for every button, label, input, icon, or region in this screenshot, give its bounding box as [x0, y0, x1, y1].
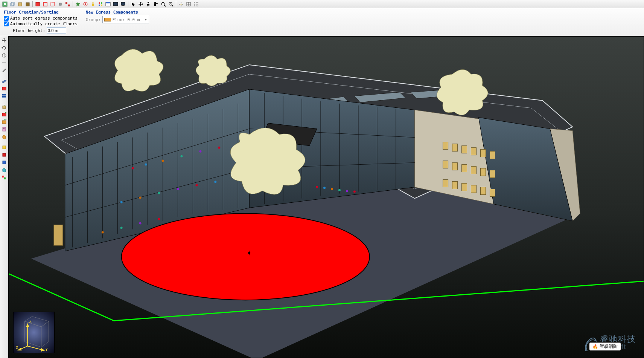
svg-point-20 [101, 5, 102, 6]
floor-height-input[interactable] [47, 27, 66, 34]
svg-marker-152 [41, 348, 45, 352]
pink-elev-icon[interactable]: 20 [1, 126, 8, 133]
svg-point-1 [4, 3, 6, 5]
small-box-icon[interactable] [57, 1, 64, 8]
toolbar-separator [176, 1, 176, 7]
target-icon[interactable] [178, 1, 184, 8]
group-row: Group: Floor 0.0 m ▾ [86, 16, 149, 23]
window-icon[interactable] [105, 1, 111, 8]
red-block-icon[interactable] [1, 151, 8, 158]
svg-point-28 [154, 2, 156, 3]
svg-point-131 [177, 188, 179, 190]
monitor-icon[interactable] [120, 1, 126, 8]
svg-rect-23 [113, 2, 118, 6]
svg-rect-4 [18, 3, 22, 6]
svg-marker-52 [3, 135, 6, 139]
blue-plane-icon[interactable] [1, 78, 8, 84]
solid-cube-icon[interactable] [17, 1, 23, 8]
red-orbit-icon[interactable] [82, 1, 89, 8]
new-egress-title: New Egress Components [86, 10, 149, 15]
svg-point-123 [145, 164, 147, 166]
svg-rect-105 [462, 165, 467, 172]
group-value: Floor 0.0 m [113, 17, 140, 22]
palette-icon[interactable] [97, 1, 104, 8]
auto-create-checkbox[interactable] [4, 21, 9, 26]
red-outline-icon[interactable] [42, 1, 49, 8]
move-arrows-icon[interactable] [1, 37, 8, 44]
auto-create-row[interactable]: Automatically create floors [4, 21, 78, 26]
cube-up-icon[interactable] [1, 103, 8, 110]
yellow-person-icon[interactable] [90, 1, 96, 8]
scene-3d [9, 37, 644, 358]
red-box-icon[interactable] [34, 1, 41, 8]
blue-block-icon[interactable] [1, 159, 8, 166]
divider-icon[interactable] [1, 60, 8, 66]
shaded-cube-icon[interactable] [24, 1, 31, 8]
toolbar-separator [128, 1, 128, 7]
orange-box-icon[interactable]: +9 [1, 118, 8, 125]
person-plus-icon[interactable] [152, 1, 159, 8]
move-icon[interactable] [137, 1, 144, 8]
group-select[interactable]: Floor 0.0 m ▾ [102, 16, 149, 23]
svg-rect-46 [2, 113, 6, 116]
svg-rect-7 [43, 2, 47, 6]
svg-point-129 [139, 196, 142, 199]
components-icon[interactable] [64, 1, 71, 8]
top-toolbar [0, 0, 644, 8]
red-dashed-icon[interactable] [49, 1, 56, 8]
grid-icon[interactable] [185, 1, 192, 8]
svg-point-142 [346, 190, 348, 192]
svg-point-143 [353, 191, 356, 193]
hatch-icon[interactable] [1, 93, 8, 99]
screen-icon[interactable] [112, 1, 119, 8]
auto-sort-row[interactable]: Auto sort egress components [4, 16, 78, 21]
navigator-icon[interactable] [2, 1, 8, 8]
person-icon[interactable] [145, 1, 152, 8]
svg-rect-102 [490, 151, 495, 159]
transform-icon[interactable] [1, 174, 8, 181]
zoom-icon[interactable] [160, 1, 167, 8]
red-rect-icon[interactable] [1, 85, 8, 92]
svg-rect-111 [462, 184, 467, 191]
svg-point-17 [99, 2, 100, 4]
new-egress-panel: New Egress Components Group: Floor 0.0 m… [84, 9, 151, 35]
svg-point-126 [199, 150, 201, 153]
viewport-3d[interactable]: Z X Y 睿驰科技 Reasoft 🔥 智淼消防 [8, 36, 644, 358]
grid-dashed-icon[interactable] [193, 1, 199, 8]
svg-point-125 [180, 155, 183, 158]
svg-point-18 [101, 2, 102, 4]
axis-x-label: X [16, 345, 18, 350]
svg-marker-145 [41, 321, 49, 347]
svg-marker-41 [2, 80, 6, 83]
axis-widget[interactable]: Z X Y [13, 312, 55, 353]
svg-rect-53 [3, 146, 6, 149]
main-area: +9 20 [0, 36, 644, 358]
svg-rect-116 [54, 225, 63, 245]
svg-point-122 [132, 167, 134, 170]
watermark-tag-text: 智淼消防 [600, 343, 618, 350]
auto-create-label: Automatically create floors [10, 21, 78, 26]
slash-icon[interactable] [1, 67, 8, 74]
svg-line-31 [164, 5, 166, 6]
wireframe-cube-icon[interactable] [9, 1, 16, 8]
orange-cube-icon[interactable] [1, 133, 8, 140]
svg-rect-98 [452, 144, 458, 151]
pointer-icon[interactable] [130, 1, 137, 8]
red-box-2-icon[interactable] [1, 111, 8, 118]
cyan-cube-icon[interactable] [1, 167, 8, 173]
svg-rect-110 [452, 182, 458, 189]
svg-point-15 [92, 2, 94, 4]
svg-point-19 [99, 5, 100, 6]
yellow-cube-icon[interactable] [1, 144, 8, 151]
svg-line-151 [27, 346, 43, 350]
svg-rect-109 [443, 180, 448, 187]
svg-point-127 [218, 147, 220, 149]
svg-marker-26 [132, 2, 135, 6]
svg-rect-99 [462, 146, 467, 153]
mirror-icon[interactable] [1, 52, 8, 59]
zoom-out-icon[interactable] [167, 1, 174, 8]
rotate-icon[interactable] [1, 44, 8, 51]
auto-sort-checkbox[interactable] [4, 16, 9, 21]
green-star-icon[interactable] [75, 1, 81, 8]
svg-point-14 [85, 3, 86, 5]
